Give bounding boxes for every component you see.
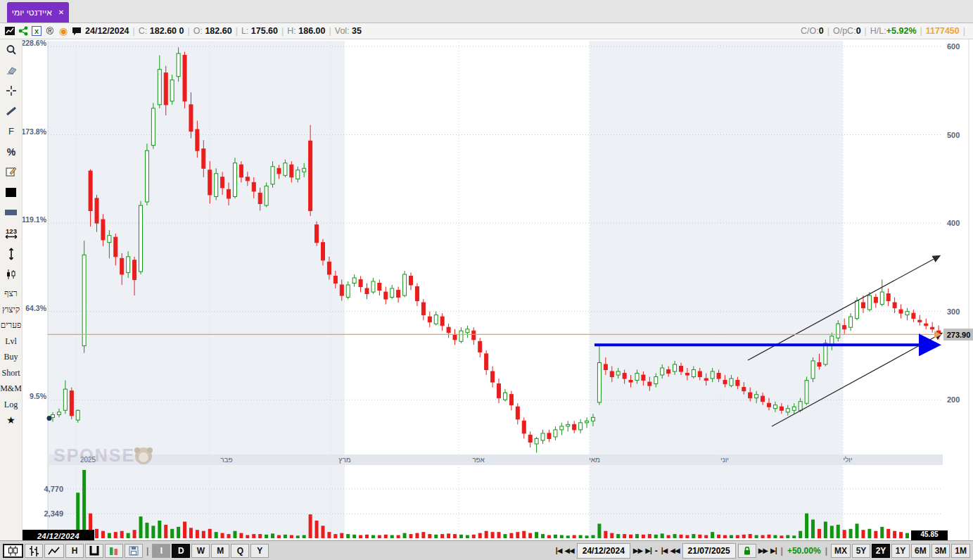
interval-daily[interactable]: D — [172, 544, 190, 558]
chart-type-candles[interactable] — [3, 544, 23, 558]
volume-bar — [164, 525, 167, 538]
percent-tick: 173.8% — [23, 127, 47, 136]
range-5y[interactable]: 5Y — [852, 544, 870, 558]
candle — [673, 364, 677, 371]
tool-label-short[interactable]: Short — [0, 365, 22, 381]
candle — [629, 381, 632, 383]
interval-weekly[interactable]: W — [191, 544, 210, 558]
tool-label-lvl[interactable]: Lvl — [0, 333, 22, 350]
tool-icon-list: F%123 — [0, 39, 22, 284]
tool-measure-123-icon[interactable]: 123 — [0, 223, 23, 243]
tool-label-log[interactable]: Log — [0, 397, 22, 413]
excel-icon[interactable]: x — [31, 25, 42, 37]
separator: | — [865, 26, 867, 36]
favorite-star-icon[interactable]: ★ — [0, 412, 22, 428]
volume-bar — [183, 521, 186, 538]
candle — [680, 366, 683, 371]
range-2y[interactable]: 2Y — [872, 544, 890, 558]
volume-toggle[interactable] — [105, 544, 123, 558]
volume-bar — [114, 532, 117, 538]
volume-bar — [466, 535, 469, 538]
range-1y[interactable]: 1Y — [891, 544, 910, 558]
month-label: אפר — [472, 456, 485, 464]
separator: | — [920, 26, 922, 36]
candle — [623, 374, 626, 379]
interval-monthly[interactable]: M — [211, 544, 229, 558]
candle — [880, 292, 884, 305]
end-step-fwd[interactable]: ▶▶ — [758, 547, 768, 554]
tool-eraser-icon[interactable] — [0, 60, 23, 80]
candle — [497, 384, 501, 398]
end-step-back[interactable]: ◀◀ — [670, 547, 679, 554]
candle — [151, 108, 155, 146]
end-date-field[interactable]: 21/07/2025 — [682, 543, 736, 559]
tool-label-[interactable]: רצף — [0, 286, 22, 302]
target-icon[interactable]: ◉ — [58, 25, 69, 37]
tool-label-buy[interactable]: Buy — [0, 349, 22, 365]
tool-trendline-icon[interactable] — [0, 101, 23, 121]
tool-label-mm[interactable]: M&M — [0, 381, 22, 397]
field-label: O/pC: — [833, 26, 856, 36]
candle — [76, 410, 80, 420]
close-icon[interactable]: ✕ — [58, 8, 64, 16]
save-button[interactable] — [125, 544, 143, 558]
share-icon[interactable] — [18, 25, 29, 37]
interval-quarterly[interactable]: Q — [231, 544, 249, 558]
tool-percent-icon[interactable]: % — [0, 141, 23, 162]
range-mx[interactable]: MX — [831, 544, 851, 558]
candle — [227, 189, 231, 198]
tool-note-edit-icon[interactable] — [0, 162, 23, 182]
lock-icon[interactable] — [738, 544, 756, 558]
volume-bar — [252, 534, 255, 538]
volume-bar — [120, 531, 124, 538]
candle — [849, 317, 853, 327]
start-date-field[interactable]: 24/12/2024 — [577, 543, 630, 559]
registered-icon[interactable]: ® — [44, 25, 56, 37]
candle — [127, 257, 130, 273]
volume-bar — [792, 535, 796, 538]
range-3m[interactable]: 3M — [931, 544, 950, 558]
candle — [108, 236, 111, 243]
separator: | — [236, 26, 238, 36]
tool-candle-pattern-icon[interactable] — [0, 264, 23, 284]
candle — [585, 421, 589, 423]
candle — [899, 310, 903, 313]
frame-button[interactable] — [85, 544, 103, 558]
tab-chart-document[interactable]: איידנטי יומי ✕ — [7, 2, 69, 23]
current-price-label: 273.90 — [943, 329, 973, 341]
start-step-fwd[interactable]: ▶▶ — [633, 547, 642, 554]
tool-filled-bar-icon[interactable] — [0, 203, 23, 223]
tool-search-icon[interactable] — [0, 39, 23, 60]
start-skip-back[interactable]: |◀ — [556, 547, 562, 554]
interval-intraday[interactable]: I — [152, 544, 170, 558]
tool-filled-box-icon[interactable] — [0, 182, 23, 203]
tool-label-[interactable]: פערים — [0, 317, 22, 333]
end-skip-fwd[interactable]: ▶| — [770, 547, 777, 554]
tool-crosshair-icon[interactable] — [0, 80, 23, 101]
interval-yearly[interactable]: Y — [250, 544, 269, 558]
separator: | — [827, 26, 829, 36]
candle — [352, 278, 356, 284]
chart-type-line[interactable] — [44, 544, 64, 558]
candle — [296, 170, 300, 179]
candle — [824, 343, 827, 364]
chart-edit-icon[interactable] — [4, 25, 15, 37]
tool-label-[interactable]: קיצוץ — [0, 302, 22, 318]
range-1m[interactable]: 1M — [951, 544, 970, 558]
start-skip-fwd[interactable]: ▶| — [645, 547, 651, 554]
tool-fibonacci-icon[interactable]: F — [0, 121, 23, 141]
candle — [616, 371, 620, 375]
volume-bar — [390, 535, 394, 538]
end-skip-back[interactable]: |◀ — [661, 547, 668, 554]
tool-vertical-range-icon[interactable] — [0, 243, 23, 264]
start-step-back[interactable]: ◀◀ — [564, 547, 573, 554]
comment-icon[interactable] — [71, 25, 82, 37]
range-6m[interactable]: 6M — [911, 544, 930, 558]
chart-type-bars[interactable] — [25, 544, 43, 558]
candle — [918, 320, 922, 322]
volume-bar — [661, 533, 664, 538]
high-low-button[interactable]: H — [65, 544, 84, 558]
candlestick-chart-canvas[interactable]: 600228.6%500173.8%400119.1%30064.3%2009.… — [23, 39, 973, 542]
chart-area[interactable]: 600228.6%500173.8%400119.1%30064.3%2009.… — [23, 39, 973, 542]
candle — [886, 294, 890, 301]
